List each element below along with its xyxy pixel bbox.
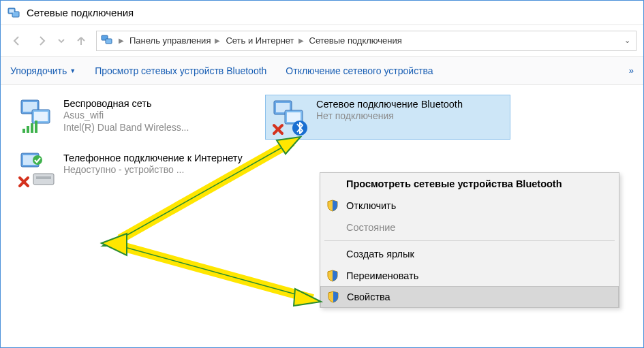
connection-name: Сетевое подключение Bluetooth xyxy=(316,98,463,110)
organize-button[interactable]: Упорядочить ▼ xyxy=(10,65,76,76)
network-path-icon xyxy=(101,33,113,48)
breadcrumb-control-panel[interactable]: Панель управления▶ xyxy=(129,35,223,46)
overflow-button[interactable]: » xyxy=(629,65,634,76)
connection-name: Телефонное подключение к Интернету xyxy=(63,152,243,164)
svg-rect-10 xyxy=(27,126,29,133)
history-dropdown[interactable] xyxy=(57,31,66,50)
bluetooth-adapter-icon xyxy=(270,98,309,136)
svg-rect-2 xyxy=(10,9,14,12)
shield-icon xyxy=(326,200,339,212)
address-dropdown-chevron[interactable]: ⌄ xyxy=(624,36,630,45)
connection-name: Беспроводная сеть xyxy=(63,97,189,110)
svg-rect-8 xyxy=(34,112,48,121)
menu-status: Состояние xyxy=(320,217,619,238)
window-title: Сетевые подключения xyxy=(27,7,134,18)
dialup-adapter-icon xyxy=(17,152,57,190)
menu-disable[interactable]: Отключить xyxy=(320,195,619,217)
network-adapter-icon xyxy=(17,97,57,136)
address-bar[interactable]: ▶ Панель управления▶ Сеть и Интернет▶ Се… xyxy=(96,31,637,51)
svg-rect-12 xyxy=(35,121,37,133)
network-window-icon xyxy=(7,6,21,20)
connection-bluetooth[interactable]: Сетевое подключение Bluetooth Нет подклю… xyxy=(265,95,510,140)
connection-info: Беспроводная сеть Asus_wifi Intel(R) Dua… xyxy=(63,97,189,133)
connection-info: Телефонное подключение к Интернету Недос… xyxy=(63,152,243,176)
svg-rect-11 xyxy=(31,123,33,133)
context-menu: Просмотреть сетевые устройства Bluetooth… xyxy=(320,172,619,308)
svg-rect-24 xyxy=(36,176,51,179)
svg-rect-9 xyxy=(22,129,25,133)
breadcrumb-network-connections[interactable]: Сетевые подключения xyxy=(309,35,402,46)
breadcrumb-network-internet[interactable]: Сеть и Интернет▶ xyxy=(226,35,306,46)
menu-separator xyxy=(324,240,615,241)
connection-ssid: Asus_wifi xyxy=(63,110,189,122)
svg-rect-4 xyxy=(106,39,112,44)
menu-rename[interactable]: Переименовать xyxy=(320,265,619,287)
connection-dialup[interactable]: Телефонное подключение к Интернету Недос… xyxy=(13,149,258,193)
menu-create-shortcut[interactable]: Создать ярлык xyxy=(320,243,619,265)
connection-info: Сетевое подключение Bluetooth Нет подклю… xyxy=(316,98,463,123)
connection-adapter: Intel(R) Dual Band Wireless... xyxy=(63,122,189,134)
svg-point-22 xyxy=(33,155,42,165)
navigation-bar: ▶ Панель управления▶ Сеть и Интернет▶ Се… xyxy=(1,25,643,57)
chevron-down-icon: ▼ xyxy=(70,67,76,74)
shield-icon xyxy=(327,291,339,303)
up-button[interactable] xyxy=(72,31,91,50)
svg-rect-16 xyxy=(287,112,301,122)
back-button[interactable] xyxy=(7,31,27,50)
menu-view-bt-devices[interactable]: Просмотреть сетевые устройства Bluetooth xyxy=(320,173,619,195)
chevron-right-icon: ▶ xyxy=(116,37,127,44)
forward-button[interactable] xyxy=(32,31,51,50)
connection-wifi[interactable]: Беспроводная сеть Asus_wifi Intel(R) Dua… xyxy=(13,95,258,140)
menu-properties[interactable]: Свойства xyxy=(320,286,619,308)
connection-status: Недоступно - устройство ... xyxy=(63,164,243,176)
title-bar: Сетевые подключения xyxy=(1,1,643,25)
shield-icon xyxy=(326,270,339,282)
command-bar: Упорядочить ▼ Просмотр сетевых устройств… xyxy=(1,57,643,85)
view-bluetooth-devices-button[interactable]: Просмотр сетевых устройств Bluetooth xyxy=(95,65,266,76)
disable-device-button[interactable]: Отключение сетевого устройства xyxy=(286,65,433,76)
connection-status: Нет подключения xyxy=(316,110,463,123)
